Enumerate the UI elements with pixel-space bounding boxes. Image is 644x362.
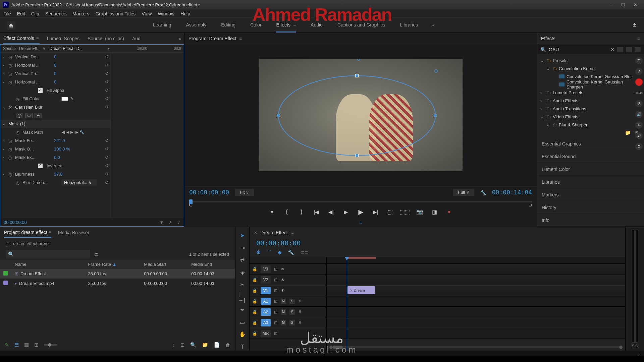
twist-icon[interactable]: ›: [2, 79, 6, 84]
timeline-timecode[interactable]: 00:00:00:00: [256, 239, 301, 247]
refresh-icon[interactable]: ↻: [635, 121, 643, 129]
reset-icon[interactable]: ↺: [105, 71, 109, 76]
32bit-filter-icon[interactable]: [626, 47, 632, 52]
program-playhead[interactable]: [189, 199, 193, 204]
twist-icon[interactable]: ›: [2, 63, 6, 68]
effects-menu-icon[interactable]: ≡: [637, 36, 640, 41]
twist-icon[interactable]: ›: [2, 54, 6, 59]
prop-value[interactable]: 0: [54, 63, 56, 68]
export-frame-button[interactable]: 📷: [416, 209, 423, 215]
timeline-ruler[interactable]: [327, 257, 625, 264]
solo-button[interactable]: S: [289, 320, 295, 325]
reset-icon[interactable]: ↺: [105, 63, 109, 68]
wrench-icon[interactable]: 🔧: [79, 130, 84, 134]
checkbox[interactable]: [38, 164, 43, 168]
twist-icon[interactable]: ⌄: [2, 121, 6, 126]
quick-export-icon[interactable]: ↗: [635, 68, 643, 75]
comparison-button[interactable]: ◨: [431, 209, 438, 215]
mic-icon[interactable]: 🎙: [298, 320, 302, 325]
prop-value[interactable]: 0.0: [54, 155, 60, 160]
brush-icon[interactable]: 🖌: [635, 132, 643, 139]
find-button[interactable]: 🔍: [190, 342, 197, 348]
reset-icon[interactable]: ↺: [105, 88, 109, 93]
tab-lumetri-scopes[interactable]: Lumetri Scopes: [46, 34, 80, 43]
ec-timecode[interactable]: 00:00:00:00: [4, 220, 27, 225]
tab-media-browser[interactable]: Media Browser: [58, 228, 89, 237]
work-area-bar[interactable]: [347, 257, 376, 259]
audio-track-lane[interactable]: [327, 296, 625, 307]
workspace-color[interactable]: Color: [250, 18, 261, 33]
menu-sequence[interactable]: Sequence: [45, 11, 66, 16]
effects-tree-item[interactable]: ⌄🗀Convolution Kernel: [537, 64, 644, 72]
effects-tree-item[interactable]: ›🗀Audio Transitions: [537, 105, 644, 113]
marker-button[interactable]: ◆: [278, 249, 282, 255]
track-target[interactable]: V1: [261, 287, 271, 294]
panel-tab-libraries[interactable]: Libraries: [537, 176, 644, 188]
project-item[interactable]: ▸Dream Effect.mp425.00 fps00:00:00:0000:…: [0, 279, 235, 288]
program-settings-button[interactable]: 🔧: [480, 190, 486, 195]
freeform-view-button[interactable]: ⊞: [34, 342, 39, 348]
out-point-marker[interactable]: [529, 204, 532, 206]
col-header[interactable]: Media End: [188, 260, 235, 269]
mic-icon[interactable]: 🎙: [635, 100, 643, 107]
maximize-button[interactable]: ☐: [617, 1, 629, 9]
record-indicator-icon[interactable]: [635, 78, 643, 86]
mask-pen-button[interactable]: ✒: [35, 113, 42, 118]
menu-help[interactable]: Help: [180, 11, 190, 16]
twist-icon[interactable]: ›: [2, 146, 6, 152]
mute-button[interactable]: M: [281, 309, 286, 315]
caption-track-button[interactable]: ⊂⊃: [300, 249, 309, 255]
timeline-clip[interactable]: fxDream: [347, 286, 375, 294]
solo-button[interactable]: S: [289, 309, 295, 315]
tabs-overflow-button[interactable]: »: [179, 36, 181, 41]
col-header[interactable]: Name: [11, 260, 85, 269]
program-scrubber[interactable]: [189, 198, 532, 205]
close-window-button[interactable]: ✕: [629, 1, 641, 9]
timeline-menu-icon[interactable]: ≡: [291, 230, 294, 235]
mute-button[interactable]: M: [281, 320, 286, 325]
ec-pin-icon[interactable]: ↗: [168, 220, 172, 225]
sync-lock-icon[interactable]: ⊡: [274, 299, 277, 304]
blur-dim-dropdown[interactable]: Horizontal... ∨: [61, 179, 97, 186]
workspace-learning[interactable]: Learning: [153, 18, 171, 33]
razor-tool[interactable]: ✂: [238, 281, 247, 289]
effects-tree-item[interactable]: ⌄🗀Video Effects: [537, 113, 644, 121]
mic-icon[interactable]: 🎙: [298, 299, 302, 304]
effects-tree-item[interactable]: ›🗀Lumetri Presets: [537, 88, 644, 97]
reset-icon[interactable]: ↺: [105, 96, 109, 101]
add-transport-button[interactable]: +: [637, 352, 641, 359]
fx-badge-icon[interactable]: fx: [8, 105, 12, 110]
stopwatch-icon[interactable]: ◷: [8, 147, 13, 152]
mask-ellipse-button[interactable]: ◯: [16, 113, 23, 118]
sync-lock-icon[interactable]: ⊡: [274, 331, 277, 336]
color-swatch[interactable]: [61, 97, 68, 101]
effects-search-input[interactable]: [549, 47, 608, 52]
step-back-button[interactable]: ◀|: [328, 209, 334, 215]
tab-source[interactable]: Source: (no clips): [87, 34, 125, 43]
tab-audio[interactable]: Aud: [131, 34, 141, 43]
mask-rect-button[interactable]: ▭: [25, 113, 33, 118]
record-button[interactable]: ●: [446, 209, 452, 215]
prop-value[interactable]: 0: [54, 79, 56, 84]
program-video-frame[interactable]: [259, 59, 463, 171]
clear-search-button[interactable]: ✕: [610, 47, 614, 52]
mask-center-handle[interactable]: [357, 59, 360, 61]
play-button[interactable]: ▶: [342, 209, 349, 215]
sort-button[interactable]: ↕: [173, 342, 175, 348]
effects-tree-item[interactable]: Convolution Kernel Gaussian Sharpen: [537, 80, 644, 88]
ec-share-icon[interactable]: ⇪: [177, 220, 180, 225]
go-to-in-button[interactable]: |◀: [313, 209, 320, 215]
workspace-overflow-button[interactable]: »: [431, 23, 434, 28]
menu-file[interactable]: File: [3, 11, 11, 16]
workspace-libraries[interactable]: Libraries: [400, 18, 418, 33]
workspace-audio[interactable]: Audio: [311, 18, 323, 33]
rate-tool[interactable]: ◈: [238, 268, 247, 276]
stopwatch-icon[interactable]: ◷: [8, 55, 13, 59]
ec-clip-dropdown[interactable]: Dream Effect · D...: [50, 46, 83, 51]
mark-in-button[interactable]: {: [283, 209, 290, 215]
project-item[interactable]: ⊞Dream Effect25.00 fps00:00:00:0000:00:1…: [0, 269, 235, 279]
extract-button[interactable]: ⬚⬚: [401, 209, 408, 215]
volume-icon[interactable]: 🔊: [635, 111, 643, 118]
minimize-button[interactable]: ─: [605, 1, 617, 9]
stopwatch-icon[interactable]: ◷: [16, 130, 20, 135]
